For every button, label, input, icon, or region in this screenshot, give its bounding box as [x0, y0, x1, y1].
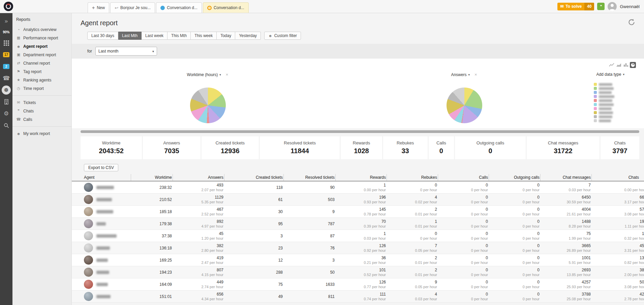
collapse-chevron-icon[interactable]: »	[0, 15, 12, 27]
filter-this-week[interactable]: This week	[191, 32, 217, 40]
sidebar-item-department-report[interactable]: ▣ Department report	[12, 50, 71, 59]
dashboard-grid-icon[interactable]	[0, 37, 12, 49]
sidebar-item-ranking-agents[interactable]: ★ Ranking agents	[12, 76, 71, 84]
period-selector-band: for Last month ▾	[72, 44, 644, 59]
line-chart-icon[interactable]	[609, 62, 615, 68]
sidebar-item-chats[interactable]: ❞ Chats	[12, 107, 71, 115]
legend-item[interactable]	[594, 87, 614, 90]
legend-item[interactable]	[594, 91, 614, 94]
filter-last-week[interactable]: Last week	[142, 32, 167, 40]
performance-percent[interactable]: 90%	[3, 27, 9, 37]
username[interactable]: Gwennaël	[620, 4, 640, 9]
table-row[interactable]: 164:09 449 2.74 per hour 75 1633 126 0.7…	[72, 278, 644, 291]
sidebar-item-tickets[interactable]: ✉ Tickets	[12, 98, 71, 107]
col-agent[interactable]: Agent	[81, 174, 131, 181]
legend-item[interactable]	[594, 83, 614, 86]
search-icon[interactable]	[0, 120, 12, 131]
settings-gear-icon[interactable]: ⚙	[0, 108, 12, 120]
table-row[interactable]: 238:32 493 2.07 per hour 118 90 1 0.00 p…	[72, 181, 644, 194]
cell-created-tickets: 288	[224, 266, 283, 278]
export-csv-button[interactable]: Export to CSV	[84, 164, 118, 171]
col-worktime[interactable]: Worktime	[131, 174, 173, 181]
value: 0	[486, 268, 488, 272]
filter-this-mth[interactable]: This Mth	[167, 32, 191, 40]
add-data-type-button[interactable]: Add data type ▾	[596, 72, 624, 77]
rate: 0 per hour	[471, 260, 488, 265]
col-rewards[interactable]: Rewards	[335, 174, 387, 181]
table-row[interactable]: 210:52 1129 5.35 per hour 61 503 196 0.9…	[72, 194, 644, 206]
sidebar-item-agent-report[interactable]: ☻ Agent report	[12, 42, 71, 50]
custom-filter-button[interactable]: ☻ Custom filter	[264, 32, 301, 40]
col-resolved-tickets[interactable]: Resolved tickets	[283, 174, 335, 181]
answers-pie-chart[interactable]	[447, 88, 482, 123]
phone-icon[interactable]: ☎	[0, 72, 12, 84]
col-outgoing-calls[interactable]: Outgoing calls	[489, 174, 540, 181]
close-icon[interactable]: ×	[474, 72, 477, 77]
tab-conversation-2[interactable]: Conversation d...	[203, 2, 249, 13]
legend-item[interactable]	[594, 99, 614, 102]
cell-rewards: 196 0.93 per hour	[335, 194, 387, 205]
sidebar-item-calls[interactable]: ☎ Calls	[12, 115, 71, 124]
table-row[interactable]: 37:38 45 1.20 per hour 3 87 1 0.03 per h…	[72, 230, 644, 242]
table-row[interactable]: 151:01 656 4.34 per hour 49 811 111 0.74…	[72, 291, 644, 303]
rate: 0 per hour	[420, 236, 437, 241]
rate: 0.05 per hour	[415, 284, 437, 289]
table-row[interactable]: 185:18 467 2.52 per hour 30 9 145 0.78 p…	[72, 206, 644, 218]
add-data-type-label: Add data type	[596, 72, 621, 77]
worktime-pie-chart[interactable]	[190, 88, 226, 123]
refresh-button[interactable]	[628, 19, 635, 26]
cell-chat-messages: 1001 5.91 per hour	[540, 254, 591, 266]
filter-last-mth[interactable]: Last Mth	[118, 32, 142, 40]
to-solve-badge[interactable]: ✉ To solve 40	[557, 3, 594, 10]
legend-item[interactable]	[594, 95, 614, 98]
table-row[interactable]: 194:23 807 4.15 per hour 288 50 101 0.52…	[72, 266, 644, 278]
bar-chart-icon[interactable]	[623, 62, 629, 68]
col-created-tickets[interactable]: Created tickets	[224, 174, 283, 181]
filter-last-30-days[interactable]: Last 30 days	[87, 32, 118, 40]
tickets-count-badge[interactable]: 17	[3, 52, 9, 57]
chevron-down-icon: ▾	[219, 73, 221, 76]
tab-ticket[interactable]: ↩Bonjour Je sou...	[110, 2, 155, 13]
sidebar-item-performance-report[interactable]: ▦ Performance report	[12, 34, 71, 42]
pie-chart-icon[interactable]	[630, 62, 636, 68]
user-avatar[interactable]	[608, 2, 617, 11]
col-rebukes[interactable]: Rebukes	[387, 174, 438, 181]
table-row[interactable]: 169:25 419 2.47 per hour 12 3 36 0.21 pe…	[72, 254, 644, 266]
area-chart-icon[interactable]	[616, 62, 622, 68]
sidebar-item-my-work-report[interactable]: ☻ My work report	[12, 129, 71, 138]
company-building-icon[interactable]	[0, 96, 12, 108]
sidebar-item-tag-report[interactable]: ⚑ Tag report	[12, 67, 71, 76]
cell-rebukes: 0 0 per hour	[387, 181, 438, 193]
chart-metric-selector[interactable]: Answers	[451, 72, 466, 77]
legend-item[interactable]	[594, 103, 614, 106]
chart-metric-selector[interactable]: Worktime (hours)	[187, 72, 218, 77]
chats-count-badge[interactable]: 2	[3, 64, 9, 69]
reports-helm-icon[interactable]: ☸	[0, 84, 12, 96]
legend-item[interactable]	[594, 111, 614, 114]
legend-item[interactable]	[594, 115, 614, 118]
col-answers[interactable]: Answers	[173, 174, 224, 181]
tab-conversation-1[interactable]: Conversation d...	[156, 2, 202, 13]
table-row[interactable]: 179:38 892 4.97 per hour 95 787 70 0.39 …	[72, 218, 644, 230]
period-select[interactable]: Last month ▾	[95, 47, 157, 56]
value: 196	[379, 195, 386, 200]
sidebar-item-analytics-overview[interactable]: ◔ Analytics overview	[12, 25, 71, 34]
app-logo[interactable]	[4, 2, 13, 11]
tab-new[interactable]: +New	[88, 2, 109, 13]
col-chats[interactable]: Chats	[591, 174, 644, 181]
sidebar-item-time-report[interactable]: ◷ Time report	[12, 84, 71, 93]
legend-item[interactable]	[594, 119, 614, 122]
col-calls[interactable]: Calls	[438, 174, 489, 181]
legend-swatch	[594, 95, 597, 98]
close-icon[interactable]: ×	[226, 72, 228, 77]
horizontal-scrollbar[interactable]	[81, 130, 639, 133]
chat-availability-button[interactable]: ❞	[597, 3, 605, 10]
legend-item[interactable]	[594, 107, 614, 110]
filter-today[interactable]: Today	[217, 32, 235, 40]
filter-yesterday[interactable]: Yesterday	[235, 32, 261, 40]
table-row[interactable]: 136:18 382 2.80 per hour 23 76 126 0.92 …	[72, 242, 644, 254]
cell-worktime: 185:18	[131, 206, 173, 217]
col-chat-messages[interactable]: Chat messages	[540, 174, 591, 181]
sidebar-item-channel-report[interactable]: ⇄ Channel report	[12, 59, 71, 67]
cell-rewards: 1 0.03 per hour	[335, 230, 387, 242]
